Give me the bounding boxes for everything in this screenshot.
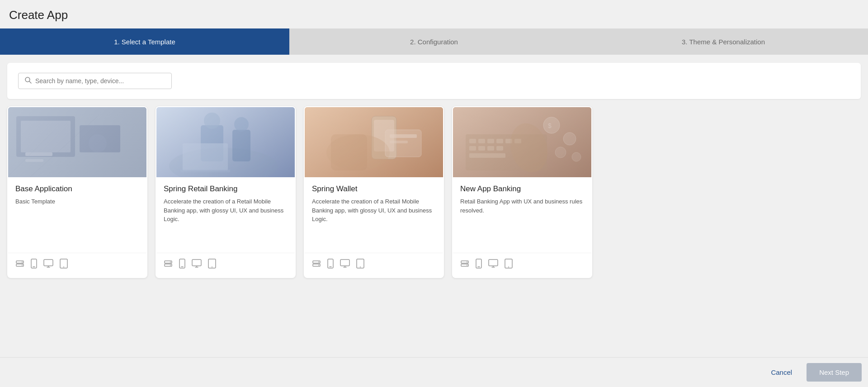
- svg-rect-29: [183, 143, 228, 170]
- svg-point-76: [543, 117, 560, 133]
- svg-point-6: [89, 134, 107, 152]
- svg-rect-48: [385, 130, 421, 157]
- mobile-icon: [476, 259, 482, 271]
- svg-rect-73: [487, 146, 494, 151]
- card-base-application[interactable]: Base Application Basic Template: [7, 106, 147, 278]
- svg-rect-44: [372, 116, 396, 159]
- step-2[interactable]: 2. Configuration: [289, 28, 579, 55]
- svg-rect-88: [489, 260, 498, 266]
- tablet-icon: [356, 259, 364, 271]
- svg-point-33: [170, 262, 171, 263]
- svg-point-54: [318, 265, 319, 266]
- card-spring-wallet[interactable]: Spring Wallet Accelerate the creation of…: [304, 106, 444, 278]
- search-icon: [25, 77, 32, 85]
- svg-point-21: [63, 267, 64, 268]
- svg-rect-27: [232, 130, 250, 161]
- desktop-icon: [488, 259, 498, 270]
- tablet-icon: [60, 259, 68, 271]
- card-new-app-banking[interactable]: $ New App Banking Retail Banking App wit…: [452, 106, 592, 278]
- desktop-icon: [340, 259, 350, 270]
- search-box: [18, 73, 172, 89]
- svg-rect-71: [469, 146, 476, 151]
- server-icon: [15, 259, 24, 270]
- card-image-wallet: [305, 107, 443, 177]
- card-image-newapp: $: [453, 107, 591, 177]
- card-desc-wallet: Accelerate the creation of a Retail Mobi…: [312, 197, 436, 244]
- cancel-button[interactable]: Cancel: [762, 364, 801, 381]
- svg-rect-37: [192, 260, 201, 266]
- svg-point-79: [555, 147, 566, 158]
- svg-point-41: [212, 267, 212, 268]
- svg-rect-70: [514, 139, 521, 143]
- svg-rect-72: [478, 146, 485, 151]
- svg-rect-5: [80, 125, 120, 152]
- card-icons-wallet: [305, 253, 443, 277]
- card-title-newapp: New App Banking: [460, 184, 584, 194]
- step-1[interactable]: 1. Select a Template: [0, 28, 289, 55]
- card-desc-newapp: Retail Banking App with UX and business …: [460, 197, 584, 244]
- svg-rect-75: [469, 153, 505, 158]
- search-input[interactable]: [35, 77, 165, 85]
- step-3[interactable]: 3. Theme & Personalization: [579, 28, 868, 55]
- card-desc-base: Basic Template: [15, 197, 139, 244]
- svg-rect-74: [496, 146, 503, 151]
- desktop-icon: [192, 259, 202, 270]
- card-icons-newapp: [453, 253, 591, 277]
- card-body-wallet: Spring Wallet Accelerate the creation of…: [305, 177, 443, 249]
- svg-point-13: [22, 262, 23, 263]
- svg-rect-49: [390, 134, 417, 138]
- page-wrapper: Create App 1. Select a Template 2. Confi…: [0, 0, 868, 387]
- svg-point-84: [467, 262, 467, 263]
- svg-line-10: [30, 116, 98, 177]
- svg-rect-69: [505, 139, 512, 143]
- svg-point-53: [318, 262, 319, 263]
- stepper: 1. Select a Template 2. Configuration 3.…: [0, 28, 868, 55]
- svg-point-85: [467, 265, 467, 266]
- svg-rect-22: [156, 107, 295, 177]
- page-title: Create App: [0, 0, 868, 28]
- svg-rect-47: [331, 134, 367, 170]
- card-icons-base: [8, 253, 146, 277]
- card-image-base: [8, 107, 146, 177]
- svg-point-92: [508, 267, 509, 268]
- svg-rect-8: [25, 159, 43, 162]
- svg-line-1: [29, 81, 31, 83]
- svg-point-24: [169, 148, 278, 177]
- mobile-icon: [327, 259, 334, 271]
- server-icon: [460, 259, 469, 270]
- svg-rect-7: [25, 152, 52, 156]
- card-title-retail: Spring Retail Banking: [164, 184, 288, 194]
- svg-rect-68: [496, 139, 503, 143]
- tablet-icon: [208, 259, 216, 271]
- svg-rect-2: [8, 107, 146, 177]
- svg-rect-17: [44, 260, 53, 266]
- svg-rect-30: [180, 170, 230, 172]
- svg-point-26: [204, 113, 220, 129]
- svg-rect-66: [478, 139, 485, 143]
- next-step-button[interactable]: Next Step: [807, 363, 862, 382]
- svg-rect-42: [305, 107, 443, 177]
- svg-point-14: [22, 265, 23, 266]
- card-desc-retail: Accelerate the creation of a Retail Mobi…: [164, 197, 288, 244]
- card-title-base: Base Application: [15, 184, 139, 194]
- card-spring-retail-banking[interactable]: Spring Retail Banking Accelerate the cre…: [156, 106, 296, 278]
- cards-grid: Base Application Basic Template: [7, 106, 861, 278]
- svg-point-61: [360, 267, 361, 268]
- svg-rect-67: [487, 139, 494, 143]
- desktop-icon: [43, 259, 53, 270]
- footer: Cancel Next Step: [0, 357, 868, 387]
- svg-point-46: [326, 134, 390, 170]
- svg-point-34: [170, 265, 171, 266]
- server-icon: [164, 259, 173, 270]
- server-icon: [312, 259, 321, 270]
- svg-rect-43: [305, 107, 443, 177]
- svg-rect-50: [390, 141, 408, 143]
- mobile-icon: [179, 259, 185, 271]
- svg-rect-23: [156, 107, 295, 177]
- svg-point-81: [505, 119, 553, 177]
- svg-text:$: $: [548, 122, 552, 129]
- svg-rect-3: [16, 116, 75, 157]
- svg-rect-62: [453, 107, 591, 177]
- svg-line-9: [8, 132, 52, 177]
- svg-rect-63: [453, 107, 591, 177]
